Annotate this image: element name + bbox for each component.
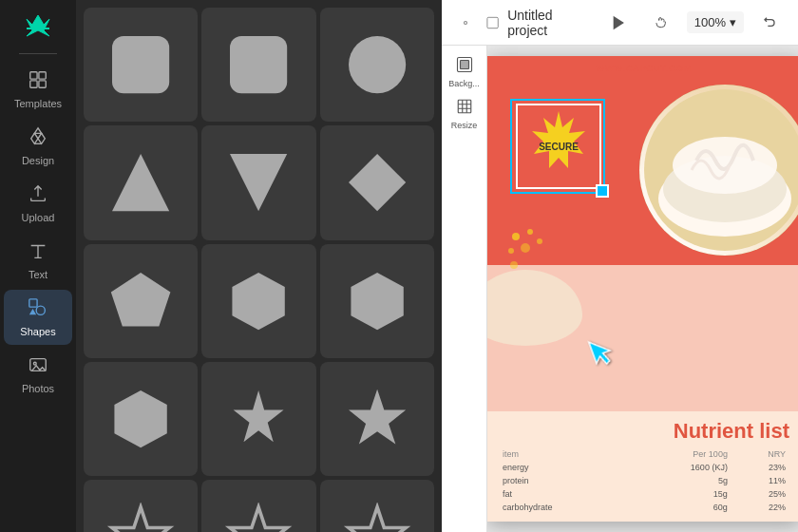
row-carb-label: carbohydrate xyxy=(499,501,630,514)
row-protein-label: protein xyxy=(499,474,630,487)
svg-rect-2 xyxy=(39,72,46,79)
shape-triangle-down[interactable] xyxy=(201,125,315,239)
shape-star-outline-3[interactable] xyxy=(320,480,434,532)
sidebar-item-photos[interactable]: Photos xyxy=(4,347,72,402)
sidebar-item-text[interactable]: Text xyxy=(4,233,72,288)
svg-rect-29 xyxy=(458,100,471,113)
table-row: energy 1600 (KJ) 23% xyxy=(499,461,789,474)
svg-text:SECURE: SECURE xyxy=(539,142,579,152)
hand-tool-button[interactable] xyxy=(645,8,675,38)
canvas-area[interactable]: WWW.CAPCUT.COM xyxy=(487,46,798,532)
shapes-grid xyxy=(76,0,442,532)
right-panel: Untitled project 100% ▾ xyxy=(442,0,798,532)
shape-hexagon-2[interactable] xyxy=(320,244,434,358)
background-label: Backg... xyxy=(448,79,480,88)
svg-marker-22 xyxy=(230,507,287,532)
zoom-level: 100% xyxy=(694,15,726,29)
project-title: Untitled project xyxy=(485,8,592,38)
photos-icon xyxy=(28,354,48,379)
sidebar-item-label: Shapes xyxy=(20,326,55,337)
shape-pentagon[interactable] xyxy=(84,244,198,358)
table-row: carbohydrate 60g 22% xyxy=(499,501,789,514)
svg-point-38 xyxy=(508,248,514,254)
sidebar-item-design[interactable]: Design xyxy=(4,119,72,174)
row-energy-label: energy xyxy=(499,461,630,474)
svg-rect-10 xyxy=(230,36,287,93)
row-carb-value: 60g xyxy=(630,501,732,514)
canvas-container: Backg... Resize WWW.CAPCUT.COM xyxy=(442,46,798,532)
svg-rect-3 xyxy=(30,81,37,87)
resize-icon xyxy=(456,98,473,119)
chevron-down-icon: ▾ xyxy=(730,15,736,29)
svg-point-39 xyxy=(521,243,530,253)
watermark: WWW.CAPCUT.COM xyxy=(487,64,798,73)
col-item: item xyxy=(499,447,630,461)
svg-marker-35 xyxy=(589,336,614,367)
zoom-control[interactable]: 100% ▾ xyxy=(687,11,744,33)
undo-button[interactable] xyxy=(755,8,786,38)
row-energy-value: 1600 (KJ) xyxy=(630,461,732,474)
food-inner xyxy=(639,85,798,256)
col-nry: NRY xyxy=(732,447,789,461)
topbar: Untitled project 100% ▾ xyxy=(442,0,798,46)
svg-rect-25 xyxy=(487,17,498,28)
shape-hexagon-3[interactable] xyxy=(84,362,198,476)
play-button[interactable] xyxy=(603,8,634,38)
shape-star-6[interactable] xyxy=(201,362,315,476)
blob-decoration xyxy=(487,270,582,346)
sidebar-item-templates[interactable]: Templates xyxy=(4,62,72,117)
svg-point-11 xyxy=(349,36,406,93)
svg-marker-13 xyxy=(230,154,287,211)
upload-icon xyxy=(28,183,48,208)
shape-star-outline-2[interactable] xyxy=(201,480,315,532)
svg-point-24 xyxy=(465,21,467,24)
food-image xyxy=(639,85,798,256)
secure-badge-container: SECURE xyxy=(516,104,601,189)
table-row: fat 15g 25% xyxy=(499,487,789,501)
shape-star-outline-1[interactable] xyxy=(84,480,198,532)
svg-marker-20 xyxy=(349,390,406,445)
shape-circle[interactable] xyxy=(320,8,434,122)
resize-label: Resize xyxy=(451,121,478,130)
svg-rect-4 xyxy=(39,81,46,87)
row-energy-pct: 23% xyxy=(732,461,789,474)
sidebar-item-label: Design xyxy=(22,155,54,166)
shape-diamond[interactable] xyxy=(320,125,434,239)
svg-rect-6 xyxy=(29,299,37,307)
project-name: Untitled project xyxy=(507,8,592,38)
shape-triangle-up[interactable] xyxy=(84,125,198,239)
sidebar: Templates Design Upload Text xyxy=(0,0,76,532)
svg-rect-28 xyxy=(460,61,468,69)
shape-hexagon[interactable] xyxy=(201,244,315,358)
row-fat-label: fat xyxy=(499,487,630,501)
topbar-actions: 100% ▾ xyxy=(603,8,786,38)
svg-rect-9 xyxy=(112,36,169,93)
resize-tool-button[interactable]: Resize xyxy=(446,95,484,133)
shape-rounded-rect-2[interactable] xyxy=(201,8,315,122)
sub-toolbar: Backg... Resize xyxy=(442,46,487,532)
svg-marker-18 xyxy=(114,390,166,447)
templates-icon xyxy=(28,69,48,94)
background-tool-button[interactable]: Backg... xyxy=(446,53,484,91)
table-row: protein 5g 11% xyxy=(499,474,789,487)
sidebar-divider xyxy=(19,53,57,54)
sidebar-item-label: Text xyxy=(28,269,48,280)
svg-point-37 xyxy=(527,229,533,235)
svg-marker-15 xyxy=(111,273,171,327)
sidebar-item-upload[interactable]: Upload xyxy=(4,176,72,231)
sidebar-item-shapes[interactable]: Shapes xyxy=(4,290,72,345)
col-per100g: Per 100g xyxy=(630,447,732,461)
background-icon xyxy=(456,56,473,77)
shapes-panel xyxy=(76,0,442,532)
sidebar-item-label: Templates xyxy=(14,98,62,109)
shape-star-5[interactable] xyxy=(320,362,434,476)
shape-rounded-rect[interactable] xyxy=(84,8,198,122)
svg-point-36 xyxy=(512,233,520,240)
svg-point-40 xyxy=(537,238,542,244)
app-logo xyxy=(19,8,57,46)
svg-rect-1 xyxy=(30,72,37,79)
nutrient-table: item Per 100g NRY energy 1600 (KJ) 23% p… xyxy=(499,447,789,514)
svg-marker-12 xyxy=(112,154,169,211)
sidebar-item-label: Upload xyxy=(22,212,55,223)
design-icon xyxy=(28,126,48,151)
